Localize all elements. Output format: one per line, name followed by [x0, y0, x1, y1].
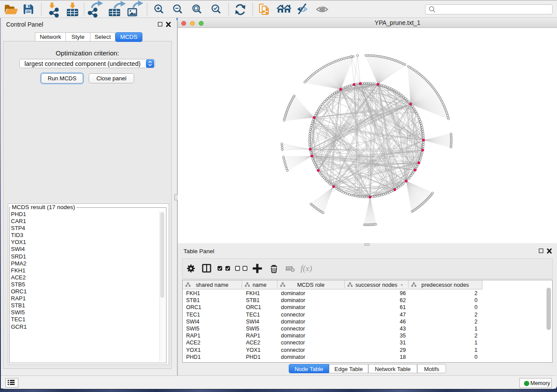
svg-text:f(x): f(x) [301, 264, 312, 273]
